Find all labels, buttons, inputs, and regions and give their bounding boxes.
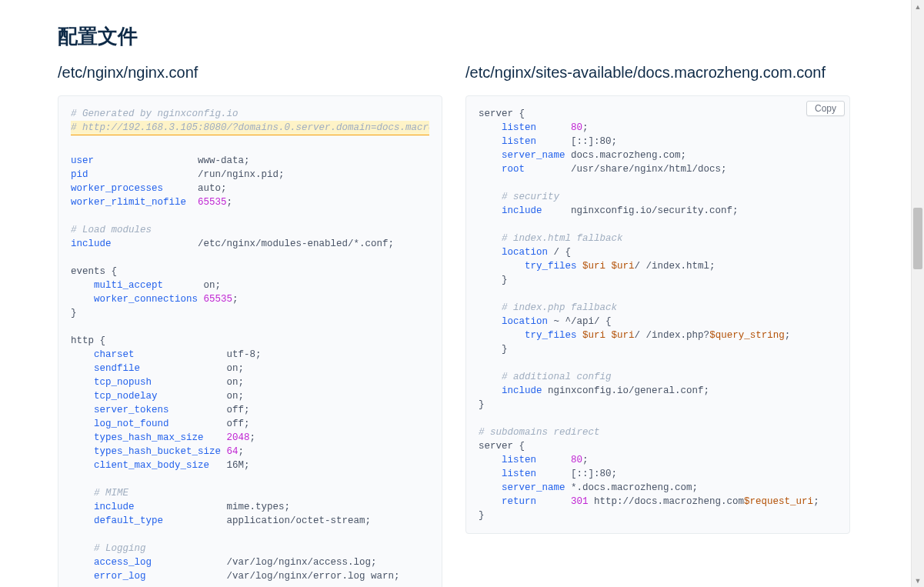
- directive-user: user: [71, 155, 94, 166]
- server1-open: server {: [479, 108, 525, 119]
- columns: /etc/nginx/nginx.conf # Generated by ngi…: [58, 64, 850, 587]
- directive-location-api: location: [502, 316, 548, 327]
- directive-location-root: location: [502, 247, 548, 258]
- left-file-title: /etc/nginx/nginx.conf: [58, 64, 442, 82]
- right-file-title: /etc/nginx/sites-available/docs.macrozhe…: [465, 64, 850, 82]
- directive-worker-processes: worker_processes: [71, 183, 163, 194]
- loc2-close: }: [502, 344, 508, 355]
- directive-server-tokens: server_tokens: [94, 405, 169, 415]
- vertical-scrollbar[interactable]: ▲ ▼: [911, 0, 924, 587]
- directive-listen80-2: listen: [502, 455, 536, 465]
- directive-include-security: include: [502, 205, 542, 216]
- right-code: server { listen 80; listen [::]:80; serv…: [479, 107, 837, 522]
- scroll-up-icon[interactable]: ▲: [912, 0, 924, 13]
- directive-include-mime: include: [94, 502, 135, 512]
- left-column: /etc/nginx/nginx.conf # Generated by ngi…: [58, 64, 442, 587]
- directive-try-files-html: try_files: [525, 261, 577, 272]
- directive-types-hash-max: types_hash_max_size: [94, 432, 204, 443]
- directive-sendfile: sendfile: [94, 363, 140, 374]
- server2-open: server {: [479, 441, 525, 452]
- scroll-thumb[interactable]: [913, 208, 922, 269]
- directive-access-log: access_log: [94, 557, 152, 568]
- loc1-close: }: [502, 275, 508, 285]
- directive-charset: charset: [94, 349, 135, 360]
- directive-include-modules: include: [71, 238, 112, 249]
- directive-root: root: [502, 164, 525, 175]
- directive-default-type: default_type: [94, 515, 163, 526]
- comment-load-modules: # Load modules: [71, 225, 152, 235]
- page-title: 配置文件: [58, 23, 850, 50]
- left-code: # Generated by nginxconfig.io # http://1…: [71, 107, 429, 583]
- comment-mime: # MIME: [94, 488, 128, 499]
- server2-close: }: [479, 510, 485, 521]
- directive-error-log: error_log: [94, 571, 146, 582]
- directive-tcp-nopush: tcp_nopush: [94, 377, 152, 388]
- directive-client-max-body: client_max_body_size: [94, 460, 209, 471]
- directive-pid: pid: [71, 169, 88, 180]
- comment-index-html: # index.html fallback: [502, 233, 623, 244]
- directive-return: return: [502, 496, 536, 507]
- server1-close: }: [479, 399, 485, 410]
- scroll-down-icon[interactable]: ▼: [912, 574, 924, 587]
- directive-server-name-2: server_name: [502, 482, 565, 493]
- comment-url-highlight[interactable]: # http://192.168.3.105:8080/?domains.0.s…: [71, 121, 429, 135]
- comment-security: # security: [502, 192, 559, 202]
- directive-tcp-nodelay: tcp_nodelay: [94, 391, 158, 402]
- comment-additional: # additional config: [502, 372, 612, 382]
- directive-try-files-php: try_files: [525, 330, 577, 341]
- directive-listen80: listen: [502, 122, 536, 133]
- directive-multi-accept: multi_accept: [94, 280, 163, 291]
- comment-index-php: # index.php fallback: [502, 302, 617, 313]
- events-open: events {: [71, 266, 117, 277]
- directive-worker-rlimit: worker_rlimit_nofile: [71, 197, 186, 208]
- comment-subdomains: # subdomains redirect: [479, 427, 600, 438]
- directive-include-general: include: [502, 385, 542, 396]
- events-close: }: [71, 308, 77, 319]
- directive-listen-ipv6: listen: [502, 136, 536, 147]
- left-codebox: # Generated by nginxconfig.io # http://1…: [58, 95, 442, 587]
- directive-types-hash-bucket: types_hash_bucket_size: [94, 446, 221, 457]
- http-open: http {: [71, 335, 105, 346]
- directive-listen-ipv6-2: listen: [502, 469, 536, 479]
- config-docs-page: 配置文件 /etc/nginx/nginx.conf # Generated b…: [0, 0, 908, 587]
- comment-generated: # Generated by nginxconfig.io: [71, 108, 239, 119]
- comment-logging: # Logging: [94, 543, 146, 554]
- copy-button[interactable]: Copy: [806, 101, 845, 116]
- right-column: /etc/nginx/sites-available/docs.macrozhe…: [465, 64, 850, 587]
- right-codebox: Copy server { listen 80; listen [::]:80;…: [465, 95, 850, 534]
- directive-worker-connections: worker_connections: [94, 294, 198, 305]
- directive-log-not-found: log_not_found: [94, 419, 169, 429]
- directive-server-name: server_name: [502, 150, 565, 161]
